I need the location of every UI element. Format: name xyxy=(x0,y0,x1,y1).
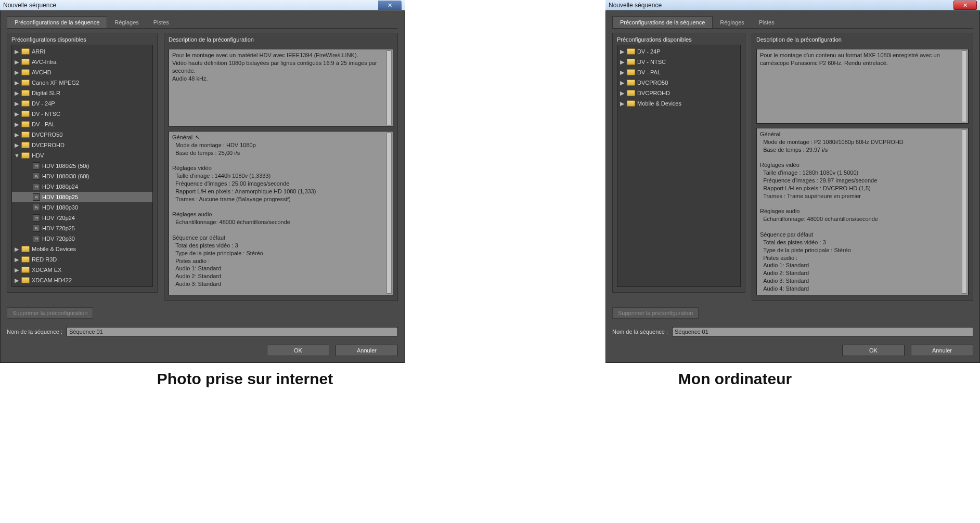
tree-preset[interactable]: PrHDV 720p24 xyxy=(12,213,152,223)
tree-preset[interactable]: PrHDV 1080p30 xyxy=(12,202,152,213)
tree-folder[interactable]: ▶AVCHD xyxy=(12,67,152,77)
tab-tracks-label: Pistes xyxy=(153,19,169,25)
close-button[interactable]: ✕ xyxy=(378,1,402,10)
description-text[interactable]: Pour le montage d'un contenu au format M… xyxy=(756,49,969,124)
general-text[interactable]: Général Mode de montage : HDV 1080p Base… xyxy=(169,131,393,295)
tree-folder[interactable]: ▶DV - 24P xyxy=(12,98,152,109)
presets-box: Préconfigurations disponibles ▶DV - 24P▶… xyxy=(612,33,745,293)
cancel-label: Annuler xyxy=(357,347,377,354)
chevron-right-icon[interactable]: ▶ xyxy=(14,277,19,284)
tree-folder[interactable]: ▶Digital SLR xyxy=(12,88,152,98)
general-text[interactable]: Général Mode de montage : P2 1080i/1080p… xyxy=(756,128,969,295)
titlebar[interactable]: Nouvelle séquence ✕ xyxy=(605,0,980,10)
tree-preset-label: HDV 720p30 xyxy=(42,236,75,242)
tree-folder[interactable]: ▶Canon XF MPEG2 xyxy=(12,77,152,88)
description-text[interactable]: Pour le montage avec un matériel HDV ave… xyxy=(169,49,393,127)
tab-settings[interactable]: Réglages xyxy=(107,16,146,28)
chevron-right-icon[interactable]: ▶ xyxy=(14,256,19,263)
sequence-name-row: Nom de la séquence : xyxy=(612,325,973,338)
tree-folder[interactable]: ▶DV - NTSC xyxy=(617,57,740,67)
tree-preset[interactable]: PrHDV 1080i30 (60i) xyxy=(12,171,152,181)
tree-folder[interactable]: ▶Mobile & Devices xyxy=(12,244,152,254)
chevron-right-icon[interactable]: ▶ xyxy=(620,59,625,66)
titlebar[interactable]: Nouvelle séquence ✕ xyxy=(0,0,405,10)
tab-presets[interactable]: Préconfigurations de la séquence xyxy=(7,16,107,28)
tree-folder[interactable]: ▶DV - NTSC xyxy=(12,109,152,119)
preset-icon: Pr xyxy=(33,204,40,211)
tree-folder[interactable]: ▶DV - PAL xyxy=(12,119,152,129)
tree-preset[interactable]: PrHDV 1080p25 xyxy=(12,192,152,202)
tree-folder[interactable]: ▶RED R3D xyxy=(12,254,152,265)
chevron-right-icon[interactable]: ▶ xyxy=(14,142,19,149)
tree-folder[interactable]: ▶DVCPRO50 xyxy=(12,129,152,140)
tree-folder[interactable]: ▶XDCAM EX xyxy=(12,265,152,275)
chevron-right-icon[interactable]: ▶ xyxy=(14,267,19,273)
tree-folder[interactable]: ▶DV - 24P xyxy=(617,46,740,57)
preset-tree[interactable]: ▶ARRI▶AVC-Intra▶AVCHD▶Canon XF MPEG2▶Dig… xyxy=(11,45,153,287)
tree-folder-label: ARRI xyxy=(32,48,45,55)
tab-settings[interactable]: Réglages xyxy=(713,16,751,28)
scrollbar[interactable] xyxy=(386,50,392,125)
tree-folder[interactable]: ▶DVCPROHD xyxy=(617,88,740,98)
tree-preset[interactable]: PrHDV 1080p24 xyxy=(12,181,152,192)
chevron-right-icon[interactable]: ▶ xyxy=(14,90,19,97)
preset-icon: Pr xyxy=(33,162,40,169)
tree-preset[interactable]: PrHDV 720p30 xyxy=(12,233,152,244)
chevron-down-icon[interactable]: ▼ xyxy=(14,152,19,159)
sequence-name-row: Nom de la séquence : xyxy=(7,325,398,338)
chevron-right-icon[interactable]: ▶ xyxy=(620,48,625,55)
tree-folder[interactable]: ▶Mobile & Devices xyxy=(617,98,740,109)
folder-icon xyxy=(627,90,635,96)
tab-tracks[interactable]: Pistes xyxy=(752,16,782,28)
ok-button[interactable]: OK xyxy=(267,345,329,356)
chevron-right-icon[interactable]: ▶ xyxy=(14,80,19,86)
general-wrap: Général Mode de montage : HDV 1080p Base… xyxy=(172,134,316,287)
tree-folder-label: DV - NTSC xyxy=(637,59,666,65)
tree-folder-label: DV - PAL xyxy=(32,121,55,127)
tree-folder[interactable]: ▶ARRI xyxy=(12,46,152,57)
tab-tracks[interactable]: Pistes xyxy=(146,16,176,28)
delete-preset-button[interactable]: Supprimer la préconfiguration xyxy=(612,307,699,319)
button-row: OK Annuler xyxy=(612,343,973,356)
tree-folder[interactable]: ▼HDV xyxy=(12,150,152,161)
cancel-button[interactable]: Annuler xyxy=(911,345,973,356)
chevron-right-icon[interactable]: ▶ xyxy=(14,48,19,55)
chevron-right-icon[interactable]: ▶ xyxy=(14,69,19,76)
close-button[interactable]: ✕ xyxy=(953,1,977,10)
ok-button[interactable]: OK xyxy=(842,345,905,356)
sequence-name-input[interactable] xyxy=(67,327,398,336)
tree-folder-label: Mobile & Devices xyxy=(637,100,681,107)
chevron-right-icon[interactable]: ▶ xyxy=(620,80,625,86)
folder-icon xyxy=(21,267,30,273)
sequence-name-input[interactable] xyxy=(672,327,973,336)
chevron-right-icon[interactable]: ▶ xyxy=(14,132,19,138)
chevron-right-icon[interactable]: ▶ xyxy=(14,246,19,253)
presets-box: Préconfigurations disponibles ▶ARRI▶AVC-… xyxy=(7,33,158,293)
tree-folder[interactable]: ▶DV - PAL xyxy=(617,67,740,77)
tab-presets[interactable]: Préconfigurations de la séquence xyxy=(612,16,713,28)
tree-folder[interactable]: ▶XDCAM HD422 xyxy=(12,275,152,285)
tree-folder-label: DVCPRO50 xyxy=(637,80,668,86)
chevron-right-icon[interactable]: ▶ xyxy=(620,69,625,76)
delete-preset-button[interactable]: Supprimer la préconfiguration xyxy=(7,307,93,319)
chevron-right-icon[interactable]: ▶ xyxy=(14,121,19,128)
tree-folder[interactable]: ▶XDCAM HD xyxy=(12,285,152,287)
chevron-right-icon[interactable]: ▶ xyxy=(14,59,19,66)
tree-folder[interactable]: ▶DVCPROHD xyxy=(12,140,152,150)
tree-folder[interactable]: ▶AVC-Intra xyxy=(12,57,152,67)
chevron-right-icon[interactable]: ▶ xyxy=(14,100,19,107)
cancel-button[interactable]: Annuler xyxy=(336,345,398,356)
chevron-right-icon[interactable]: ▶ xyxy=(620,100,625,107)
chevron-right-icon[interactable]: ▶ xyxy=(620,90,625,97)
scrollbar[interactable] xyxy=(962,50,967,122)
tree-preset[interactable]: PrHDV 720p25 xyxy=(12,223,152,233)
scrollbar[interactable] xyxy=(386,133,392,294)
scrollbar[interactable] xyxy=(962,129,967,294)
folder-icon xyxy=(627,69,635,75)
captions: Photo prise sur internet Mon ordinateur xyxy=(0,363,980,395)
description-box: Description de la préconfiguration Pour … xyxy=(164,33,398,301)
chevron-right-icon[interactable]: ▶ xyxy=(14,111,19,117)
preset-tree[interactable]: ▶DV - 24P▶DV - NTSC▶DV - PAL▶DVCPRO50▶DV… xyxy=(617,45,741,287)
tree-preset[interactable]: PrHDV 1080i25 (50i) xyxy=(12,161,152,171)
tree-folder[interactable]: ▶DVCPRO50 xyxy=(617,77,740,88)
